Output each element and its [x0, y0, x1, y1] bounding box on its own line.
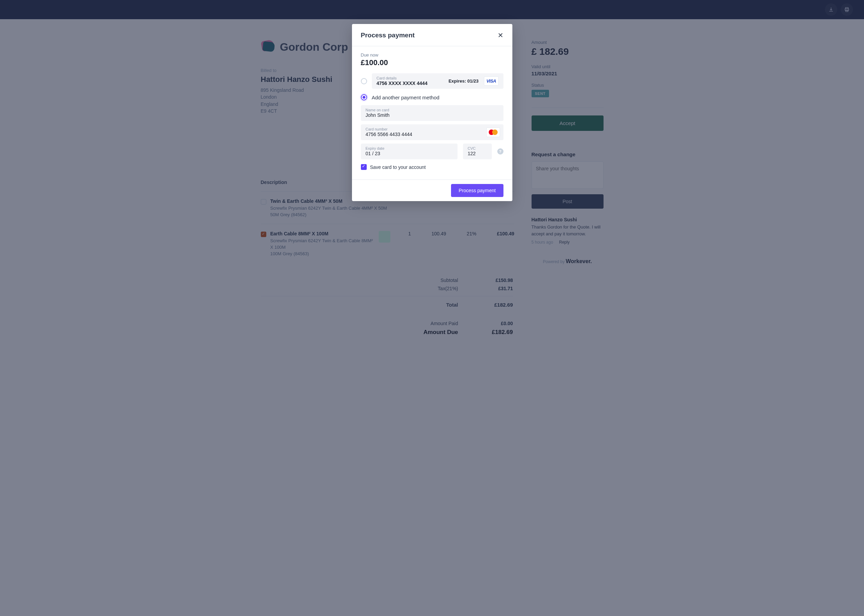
card-details-label: Card details: [377, 76, 443, 80]
card-number-field[interactable]: Card number: [361, 124, 504, 140]
name-on-card-input[interactable]: [366, 112, 499, 118]
due-now-value: £100.00: [361, 58, 504, 67]
saved-card-number: 4756 XXXX XXXX 4444: [377, 80, 443, 86]
expiry-label: Expiry date: [366, 146, 453, 151]
question-icon: ?: [499, 149, 501, 154]
modal-close-button[interactable]: ✕: [497, 32, 504, 39]
process-payment-button[interactable]: Process payment: [451, 184, 503, 197]
saved-card-expires: Expires: 01/23: [449, 79, 478, 83]
close-icon: ✕: [497, 31, 504, 39]
cvc-input[interactable]: [468, 151, 487, 156]
expiry-input[interactable]: [366, 151, 453, 156]
save-card-checkbox[interactable]: [361, 164, 367, 170]
visa-icon: VISA: [484, 76, 498, 86]
cvc-help-button[interactable]: ?: [497, 148, 504, 154]
process-payment-modal: Process payment ✕ Due now £100.00 Card d…: [352, 24, 512, 201]
saved-card-radio[interactable]: [361, 78, 367, 84]
expiry-field[interactable]: Expiry date: [361, 143, 458, 159]
mastercard-icon: [486, 127, 500, 137]
card-number-label: Card number: [366, 127, 499, 131]
name-on-card-label: Name on card: [366, 108, 499, 112]
save-card-label: Save card to your account: [370, 165, 426, 170]
cvc-field[interactable]: CVC: [463, 143, 492, 159]
modal-title: Process payment: [361, 31, 415, 39]
add-payment-label: Add another payment method: [372, 94, 440, 101]
saved-card[interactable]: Card details 4756 XXXX XXXX 4444 Expires…: [372, 73, 504, 89]
add-payment-radio[interactable]: [361, 94, 367, 101]
cvc-label: CVC: [468, 146, 487, 151]
name-on-card-field[interactable]: Name on card: [361, 105, 504, 121]
due-now-label: Due now: [361, 52, 504, 58]
card-number-input[interactable]: [366, 132, 499, 137]
